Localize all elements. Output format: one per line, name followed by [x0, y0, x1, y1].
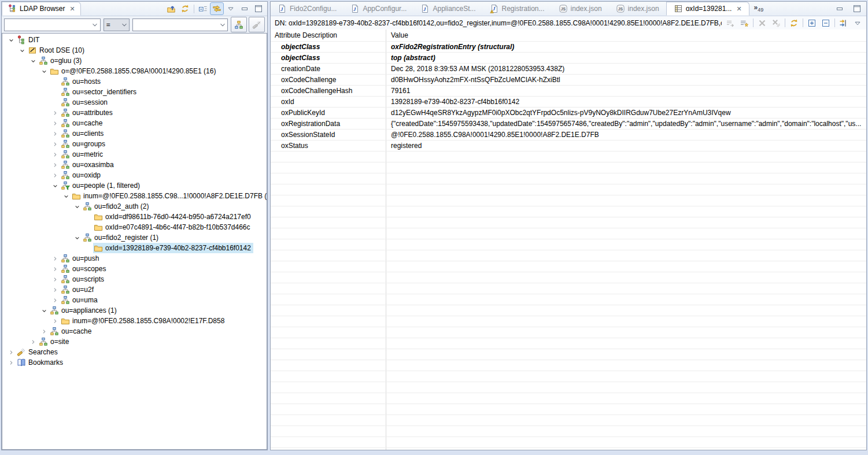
- tree-item-content[interactable]: inum=@!0FE0.2588.1855.C98A!0002!E17F.D85…: [60, 316, 227, 326]
- tree-item-content[interactable]: ou=u2f: [60, 284, 96, 295]
- chevron-collapsed-icon[interactable]: [50, 130, 60, 138]
- dit-tree[interactable]: DITRoot DSE (10)o=gluu (3)o=@!0FE0.2588.…: [2, 33, 267, 450]
- tree-item-content[interactable]: ou=oxasimba: [60, 160, 116, 170]
- attribute-name-cell[interactable]: objectClass: [271, 53, 386, 63]
- chevron-collapsed-icon[interactable]: [50, 161, 60, 169]
- tree-item-content[interactable]: ou=scripts: [60, 274, 106, 284]
- chevron-collapsed-icon[interactable]: [50, 109, 60, 117]
- attribute-name-cell[interactable]: oxSessionStateId: [271, 130, 386, 140]
- editor-tab[interactable]: JAppConfigur...: [343, 2, 413, 16]
- refresh-icon[interactable]: [178, 2, 192, 15]
- attribute-row[interactable]: oxStatusregistered: [271, 140, 866, 151]
- tree-item[interactable]: ou=fido2_register (1): [2, 232, 267, 243]
- view-menu-icon[interactable]: [224, 2, 238, 15]
- tree-item-content[interactable]: ou=attributes: [60, 108, 115, 118]
- tree-item[interactable]: inum=@!0FE0.2588.1855.C98...1!0000!A8F2.…: [2, 191, 267, 201]
- tree-item[interactable]: Searches: [2, 347, 267, 357]
- expand-all-icon[interactable]: [805, 17, 819, 29]
- attribute-value-cell[interactable]: d12yEGwH4qeSR8YkzAgypzMF0i0pXObc2qtYFrpd…: [386, 108, 866, 118]
- attribute-row[interactable]: oxCodeChallengeHash79161: [271, 85, 866, 96]
- maximize-icon[interactable]: [252, 2, 265, 15]
- tree-item-content[interactable]: o=gluu (3): [38, 56, 84, 66]
- editor-tab[interactable]: JFido2Configu...: [271, 2, 343, 16]
- tree-item-content[interactable]: Bookmarks: [16, 357, 65, 368]
- chevron-down-icon[interactable]: [217, 21, 227, 29]
- maximize-icon[interactable]: [850, 2, 864, 15]
- chevron-expanded-icon[interactable]: [72, 234, 82, 242]
- chevron-collapsed-icon[interactable]: [6, 359, 16, 367]
- editor-tab[interactable]: JApplianceSt...: [413, 2, 482, 16]
- attribute-row[interactable]: oxId13928189-e739-40b2-8237-cf4bb16f0142: [271, 96, 866, 107]
- tree-item[interactable]: Bookmarks: [2, 357, 267, 368]
- editor-tab[interactable]: JRegistration...: [483, 2, 552, 16]
- tree-item[interactable]: Root DSE (10): [2, 45, 267, 56]
- tree-item-content[interactable]: ou=groups: [60, 139, 108, 149]
- attribute-row[interactable]: creationDateDec 28, 2018 8:39:53 AM MSK …: [271, 63, 866, 74]
- column-header-attribute-description[interactable]: Attribute Description: [271, 29, 386, 41]
- attribute-value-cell[interactable]: Dec 28, 2018 8:39:53 AM MSK (20181228053…: [386, 64, 866, 74]
- close-icon[interactable]: ✕: [69, 5, 75, 13]
- tree-item[interactable]: ou=people (1, filtered): [2, 180, 267, 191]
- chevron-collapsed-icon[interactable]: [50, 120, 60, 127]
- tree-item-content[interactable]: Root DSE (10): [27, 45, 87, 56]
- tree-item-content[interactable]: inum=@!0FE0.2588.1855.C98...1!0000!A8F2.…: [71, 191, 267, 201]
- chevron-collapsed-icon[interactable]: [50, 276, 60, 283]
- chevron-expanded-icon[interactable]: [17, 47, 27, 54]
- new-attribute-icon[interactable]: [737, 17, 751, 29]
- tree-item[interactable]: ou=appliances (1): [2, 305, 267, 316]
- tree-item[interactable]: ou=fido2_auth (2): [2, 201, 267, 212]
- attribute-value-cell[interactable]: {"createdDate":1545975593438,"updatedDat…: [386, 119, 866, 129]
- editor-tab[interactable]: oxId=139281...✕: [666, 2, 749, 16]
- attribute-row[interactable]: oxCodeChallenged0BHwOHssyAohz2mFX-ntSsQF…: [271, 74, 866, 85]
- tree-item-content[interactable]: oxId=e07c4891-4b6c-4f47-b82b-f10b537d466…: [93, 222, 253, 232]
- attribute-row[interactable]: oxRegistrationData{"createdDate":1545975…: [271, 118, 866, 129]
- attribute-name-cell[interactable]: oxCodeChallenge: [271, 75, 386, 85]
- tree-item-content[interactable]: o=@!0FE0.2588.1855.C98A!0001!4290.85E1 (…: [49, 66, 218, 76]
- chevron-collapsed-icon[interactable]: [50, 172, 60, 179]
- attribute-name-cell[interactable]: oxCodeChallengeHash: [271, 86, 386, 96]
- attribute-row[interactable]: objectClasstop (abstract): [271, 52, 866, 63]
- tree-item[interactable]: ou=cache: [2, 118, 267, 128]
- attribute-name-cell[interactable]: oxStatus: [271, 140, 386, 151]
- column-header-value[interactable]: Value: [386, 29, 866, 41]
- attribute-value-cell[interactable]: d0BHwOHssyAohz2mFX-ntSsQFbZcUeMCIAK-hZxi…: [386, 75, 866, 85]
- tree-item[interactable]: DIT: [2, 35, 267, 45]
- tree-item[interactable]: ou=session: [2, 97, 267, 108]
- refresh-icon[interactable]: [787, 17, 801, 29]
- tree-item[interactable]: ou=sector_identifiers: [2, 87, 267, 97]
- tree-item-content[interactable]: ou=sector_identifiers: [60, 87, 139, 97]
- chevron-collapsed-icon[interactable]: [50, 286, 60, 294]
- up-nav-icon[interactable]: [164, 2, 178, 15]
- tree-item-content[interactable]: ou=fido2_register (1): [82, 232, 161, 243]
- tree-item-content[interactable]: ou=fido2_auth (2): [82, 201, 151, 212]
- quick-search-attribute-combo[interactable]: [4, 19, 101, 31]
- tree-item[interactable]: ou=oxasimba: [2, 160, 267, 170]
- attribute-row[interactable]: oxPublicKeyIdd12yEGwH4qeSR8YkzAgypzMF0i0…: [271, 107, 866, 118]
- tree-item[interactable]: ou=u2f: [2, 284, 267, 295]
- tree-item[interactable]: ou=cache: [2, 326, 267, 336]
- collapse-box-icon[interactable]: [819, 17, 833, 29]
- tree-item-content[interactable]: ou=scopes: [60, 264, 108, 274]
- pin-arrows-icon[interactable]: [837, 17, 851, 29]
- tree-item-selected[interactable]: oxId=13928189-e739-40b2-8237-cf4bb16f014…: [93, 243, 253, 253]
- tree-item-content[interactable]: o=site: [38, 336, 71, 347]
- chevron-down-icon[interactable]: [90, 21, 100, 29]
- tree-item[interactable]: ou=scopes: [2, 264, 267, 274]
- tree-item[interactable]: ou=clients: [2, 128, 267, 139]
- tree-item[interactable]: o=gluu (3): [2, 56, 267, 66]
- tree-item-content[interactable]: ou=cache: [60, 118, 105, 128]
- attribute-row[interactable]: oxSessionStateId@!0FE0.2588.1855.C98A!00…: [271, 129, 866, 140]
- editor-tab[interactable]: JSindex.json: [609, 2, 666, 16]
- tree-item-content[interactable]: ou=appliances (1): [49, 305, 119, 316]
- chevron-expanded-icon[interactable]: [39, 307, 49, 315]
- tree-item-content[interactable]: ou=push: [60, 253, 101, 264]
- tree-item[interactable]: ou=attributes: [2, 108, 267, 118]
- tree-item[interactable]: ou=push: [2, 253, 267, 264]
- attribute-value-cell[interactable]: top (abstract): [386, 53, 866, 63]
- attribute-name-cell[interactable]: oxPublicKeyId: [271, 108, 386, 118]
- tree-item[interactable]: ou=uma: [2, 295, 267, 305]
- attribute-name-cell[interactable]: oxId: [271, 97, 386, 107]
- attribute-name-cell[interactable]: creationDate: [271, 64, 386, 74]
- chevron-collapsed-icon[interactable]: [39, 328, 49, 335]
- tree-item-content[interactable]: ou=metric: [60, 149, 105, 160]
